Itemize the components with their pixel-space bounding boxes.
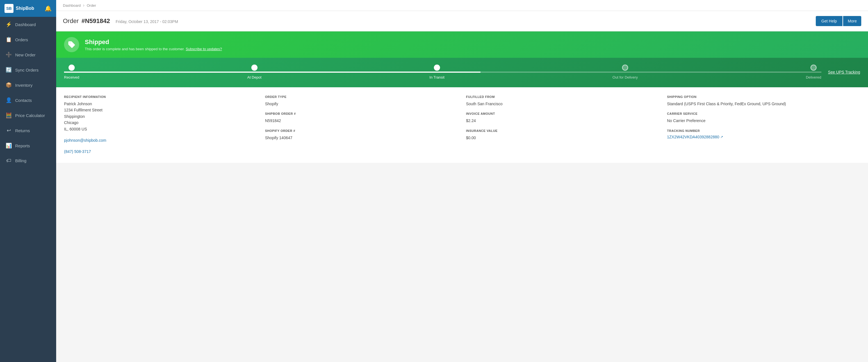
status-badge: Shipped	[85, 38, 222, 46]
recipient-zip-state: IL, 60008 US	[64, 126, 257, 132]
insurance-value-value: $0.00	[466, 135, 659, 141]
sidebar: SB ShipBob 🔔 ⚡ Dashboard 📋 Orders ➕ New …	[0, 0, 56, 362]
step-dot-3	[622, 65, 628, 71]
progress-step-4: Delivered	[806, 65, 822, 79]
sync-orders-icon: 🔄	[6, 67, 12, 73]
sidebar-label-billing: Billing	[15, 158, 26, 163]
recipient-label: RECIPIENT INFORMATION	[64, 95, 257, 98]
more-button[interactable]: More	[843, 16, 861, 26]
fulfilled-from-label: FULFILLED FROM	[466, 95, 659, 98]
sidebar-item-new-order[interactable]: ➕ New Order	[0, 47, 56, 62]
invoice-amount-label: INVOICE AMOUNT	[466, 112, 659, 115]
sidebar-label-orders: Orders	[15, 37, 28, 42]
step-label-4: Delivered	[806, 75, 822, 79]
progress-container: Received At Depot In Transit Out for Del…	[64, 65, 822, 79]
sidebar-item-sync-orders[interactable]: 🔄 Sync Orders	[0, 62, 56, 77]
sidebar-item-billing[interactable]: 🏷 Billing	[0, 153, 56, 168]
order-type-label: ORDER TYPE	[265, 95, 458, 98]
sidebar-item-returns[interactable]: ↩ Returns	[0, 123, 56, 138]
status-icon-container	[64, 37, 79, 52]
sidebar-label-contacts: Contacts	[15, 98, 32, 103]
step-dot-4	[810, 65, 816, 71]
recipient-state-city: Chicago	[64, 120, 257, 126]
carrier-service-value: No Carrier Preference	[667, 118, 860, 124]
get-help-button[interactable]: Get Help	[816, 16, 842, 26]
status-description: This order is complete and has been ship…	[85, 47, 222, 51]
shipbob-order-label: SHIPBOB ORDER #	[265, 112, 458, 115]
sidebar-label-reports: Reports	[15, 143, 30, 148]
invoice-amount-value: $2.24	[466, 118, 659, 124]
step-label-1: At Depot	[247, 75, 261, 79]
recipient-group: RECIPIENT INFORMATION Patrick Johnson 12…	[64, 95, 257, 155]
fulfilled-from-value: South San Francisco	[466, 101, 659, 107]
step-label-2: In Transit	[429, 75, 444, 79]
see-ups-tracking-link[interactable]: See UPS Tracking	[828, 70, 860, 74]
order-number: #N591842	[82, 18, 110, 25]
order-title: Order #N591842 Friday, October 13, 2017 …	[63, 18, 178, 25]
tracking-number-link[interactable]: 1ZX2W42VKDA40392882880 ↗	[667, 135, 860, 139]
recipient-address1: 1234 Fulfilment Street	[64, 107, 257, 113]
shipping-option-label: SHIPPING OPTION	[667, 95, 860, 98]
breadcrumb-order: Order	[87, 3, 96, 7]
price-calculator-icon: 🧮	[6, 112, 12, 119]
shopify-order-value: Shopify 140647	[265, 135, 458, 141]
step-dot-0	[68, 65, 75, 71]
step-label-3: Out for Delivery	[613, 75, 638, 79]
shipbob-order-value: N591842	[265, 118, 458, 124]
carrier-service-label: CARRIER SERVICE	[667, 112, 860, 115]
sidebar-label-sync-orders: Sync Orders	[15, 68, 38, 72]
order-date: Friday, October 13, 2017 - 02:03PM	[116, 20, 178, 24]
contacts-icon: 👤	[6, 97, 12, 103]
sidebar-item-reports[interactable]: 📊 Reports	[0, 138, 56, 153]
notification-bell-icon[interactable]: 🔔	[45, 5, 52, 12]
sidebar-item-orders[interactable]: 📋 Orders	[0, 32, 56, 47]
sidebar-item-inventory[interactable]: 📦 Inventory	[0, 77, 56, 93]
sidebar-label-dashboard: Dashboard	[15, 22, 36, 27]
shipping-option-value: Standard (USPS First Class & Priority, F…	[667, 101, 860, 107]
insurance-value-label: INSURANCE VALUE	[466, 129, 659, 132]
order-label: Order	[63, 18, 79, 25]
progress-steps: Received At Depot In Transit Out for Del…	[64, 65, 822, 79]
recipient-city: Shippington	[64, 113, 257, 120]
details-section: RECIPIENT INFORMATION Patrick Johnson 12…	[56, 87, 868, 163]
shopify-order-label: SHOPIFY ORDER #	[265, 129, 458, 132]
nav-items: ⚡ Dashboard 📋 Orders ➕ New Order 🔄 Sync …	[0, 17, 56, 168]
logo-icon: SB	[4, 4, 13, 13]
recipient-email[interactable]: pjohnson@shipbob.com	[64, 138, 106, 142]
sidebar-item-dashboard[interactable]: ⚡ Dashboard	[0, 17, 56, 32]
logo-text: ShipBob	[16, 6, 34, 11]
new-order-icon: ➕	[6, 52, 12, 58]
progress-step-0: Received	[64, 65, 79, 79]
sidebar-header: SB ShipBob 🔔	[0, 0, 56, 17]
reports-icon: 📊	[6, 142, 12, 149]
tag-icon	[68, 41, 75, 48]
breadcrumb: Dashboard › Order	[56, 0, 868, 11]
dashboard-icon: ⚡	[6, 21, 12, 28]
sidebar-item-price-calculator[interactable]: 🧮 Price Calculator	[0, 108, 56, 123]
recipient-phone[interactable]: (847) 508-3717	[64, 149, 91, 154]
order-type-value: Shopify	[265, 101, 458, 107]
tracking-number-label: TRACKING NUMBER	[667, 129, 860, 132]
progress-section: Received At Depot In Transit Out for Del…	[56, 58, 868, 87]
header-actions: Get Help More	[816, 16, 861, 26]
sidebar-item-contacts[interactable]: 👤 Contacts	[0, 93, 56, 108]
step-label-0: Received	[64, 75, 79, 79]
sidebar-label-price-calculator: Price Calculator	[15, 113, 45, 118]
orders-icon: 📋	[6, 36, 12, 43]
status-banner: Shipped This order is complete and has b…	[56, 31, 868, 58]
sidebar-label-inventory: Inventory	[15, 83, 33, 88]
external-link-icon: ↗	[720, 135, 723, 139]
sidebar-label-returns: Returns	[15, 128, 30, 133]
page-header: Order #N591842 Friday, October 13, 2017 …	[56, 11, 868, 31]
breadcrumb-sep-1: ›	[83, 3, 85, 8]
sidebar-label-new-order: New Order	[15, 53, 36, 57]
order-info-group: ORDER TYPE Shopify SHIPBOB ORDER # N5918…	[265, 95, 458, 155]
returns-icon: ↩	[6, 127, 12, 134]
shipping-group: SHIPPING OPTION Standard (USPS First Cla…	[667, 95, 860, 155]
breadcrumb-dashboard[interactable]: Dashboard	[63, 3, 81, 7]
billing-icon: 🏷	[6, 158, 12, 164]
fulfillment-group: FULFILLED FROM South San Francisco INVOI…	[466, 95, 659, 155]
tracking-number-value: 1ZX2W42VKDA40392882880	[667, 135, 719, 139]
step-dot-1	[251, 65, 257, 71]
subscribe-link[interactable]: Subscribe to updates?	[186, 47, 222, 51]
